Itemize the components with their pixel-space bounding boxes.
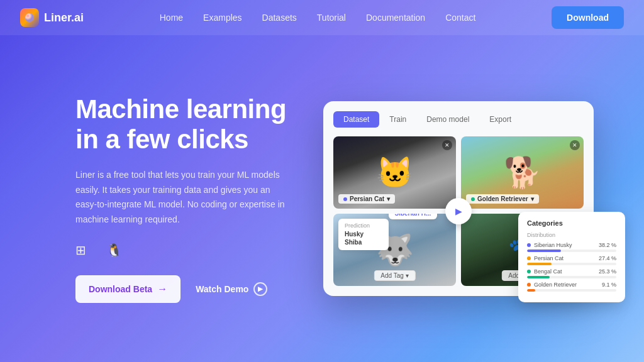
cat-bar-fill-1 bbox=[527, 263, 552, 265]
cat-label-text: Persian Cat bbox=[350, 195, 384, 202]
cat-bar-track-2 bbox=[527, 276, 616, 278]
image-slot-dog: ✕ Golden Retriever ▾ bbox=[461, 136, 584, 209]
dog-close-button[interactable]: ✕ bbox=[570, 140, 580, 150]
cat-pct-3: 9.1 % bbox=[602, 282, 616, 288]
category-row-2: Bengal Cat 25.3 % bbox=[527, 268, 616, 278]
husky-add-tag-button[interactable]: Add Tag ▾ bbox=[374, 270, 415, 281]
brand-name: Liner.ai bbox=[44, 11, 84, 25]
download-beta-arrow-icon: → bbox=[157, 283, 167, 295]
nav-home[interactable]: Home bbox=[160, 13, 183, 23]
cat-name-1: Persian Cat bbox=[534, 255, 564, 261]
watch-demo-button[interactable]: Watch Demo ▶ bbox=[196, 282, 267, 296]
category-row-0: Siberian Husky 38.2 % bbox=[527, 242, 616, 252]
cat-label-chevron: ▾ bbox=[387, 195, 390, 202]
prediction-item-shiba: Shiba bbox=[345, 238, 382, 246]
linux-icon: 🐧 bbox=[106, 243, 122, 258]
prediction-item-husky: Husky bbox=[345, 230, 382, 238]
hero-section: Machine learning in a few clicks Liner i… bbox=[0, 35, 644, 362]
windows-icon: ⊞ bbox=[75, 243, 86, 258]
prediction-popup: Prediction Husky Shiba bbox=[338, 219, 389, 250]
cat-name-0: Siberian Husky bbox=[534, 242, 572, 248]
cat-label-dot bbox=[343, 197, 347, 201]
cat-pct-1: 27.4 % bbox=[599, 255, 616, 261]
download-beta-button[interactable]: Download Beta → bbox=[75, 275, 180, 303]
platform-icons: ⊞ 🐧 bbox=[75, 243, 314, 258]
cta-row: Download Beta → Watch Demo ▶ bbox=[75, 275, 314, 303]
image-slot-husky: Prediction Husky Shiba Add Tag ▾ Siberia… bbox=[333, 214, 456, 286]
prediction-title: Prediction bbox=[345, 222, 382, 229]
nav-contact[interactable]: Contact bbox=[445, 13, 475, 23]
hero-left: Machine learning in a few clicks Liner i… bbox=[75, 94, 314, 303]
cat-dot-2 bbox=[527, 270, 531, 273]
dog-label: Golden Retriever ▾ bbox=[466, 194, 539, 204]
categories-card: Categories Distribution Siberian Husky 3… bbox=[518, 212, 625, 302]
logo[interactable]: Liner.ai bbox=[20, 8, 84, 27]
watch-demo-label: Watch Demo bbox=[196, 284, 248, 294]
cat-bar-fill-0 bbox=[527, 250, 561, 252]
cat-bar-track-1 bbox=[527, 263, 616, 265]
watch-demo-play-icon: ▶ bbox=[253, 282, 267, 296]
cat-pct-0: 38.2 % bbox=[599, 242, 616, 248]
dog-label-chevron: ▾ bbox=[531, 195, 534, 202]
siberian-popup: Siberian H... bbox=[389, 214, 438, 219]
nav-links: Home Examples Datasets Tutorial Document… bbox=[160, 13, 476, 23]
cat-label: Persian Cat ▾ bbox=[338, 194, 395, 204]
preview-tabs: Dataset Train Demo model Export bbox=[333, 111, 584, 128]
dog-label-dot bbox=[471, 197, 475, 201]
cat-name-2: Bengal Cat bbox=[534, 268, 562, 275]
nav-datasets[interactable]: Datasets bbox=[262, 13, 297, 23]
cat-bar-fill-2 bbox=[527, 276, 550, 278]
cat-dot-0 bbox=[527, 243, 531, 247]
tab-demo-model[interactable]: Demo model bbox=[416, 111, 479, 128]
dog-label-text: Golden Retriever bbox=[477, 195, 528, 202]
nav-documentation[interactable]: Documentation bbox=[366, 13, 425, 23]
nav-examples[interactable]: Examples bbox=[203, 13, 242, 23]
category-row-1: Persian Cat 27.4 % bbox=[527, 255, 616, 265]
categories-subtitle: Distribution bbox=[527, 232, 616, 238]
cat-name-3: Golden Retriever bbox=[534, 282, 577, 288]
tab-train[interactable]: Train bbox=[379, 111, 416, 128]
cat-bar-fill-3 bbox=[527, 289, 535, 292]
download-beta-label: Download Beta bbox=[89, 284, 152, 294]
nav-download-button[interactable]: Download bbox=[552, 6, 624, 29]
image-slot-cat: ✕ Persian Cat ▾ bbox=[333, 136, 456, 209]
app-preview-card: Dataset Train Demo model Export ✕ Persia… bbox=[323, 101, 594, 296]
tab-export[interactable]: Export bbox=[479, 111, 521, 128]
cat-pct-2: 25.3 % bbox=[599, 268, 616, 275]
category-row-3: Golden Retriever 9.1 % bbox=[527, 282, 616, 292]
categories-title: Categories bbox=[527, 219, 616, 227]
tab-dataset[interactable]: Dataset bbox=[333, 111, 379, 128]
navbar: Liner.ai Home Examples Datasets Tutorial… bbox=[0, 0, 644, 35]
svg-point-0 bbox=[25, 13, 34, 22]
cat-dot-3 bbox=[527, 283, 531, 287]
cat-dot-1 bbox=[527, 256, 531, 260]
nav-tutorial[interactable]: Tutorial bbox=[317, 13, 346, 23]
cat-bar-track-3 bbox=[527, 289, 616, 292]
cat-bar-track-0 bbox=[527, 250, 616, 252]
center-play-button[interactable]: ▶ bbox=[445, 198, 472, 224]
cat-close-button[interactable]: ✕ bbox=[442, 140, 452, 150]
hero-description: Liner is a free tool that lets you train… bbox=[75, 168, 289, 228]
hero-title: Machine learning in a few clicks bbox=[75, 94, 314, 155]
logo-icon bbox=[20, 8, 39, 27]
